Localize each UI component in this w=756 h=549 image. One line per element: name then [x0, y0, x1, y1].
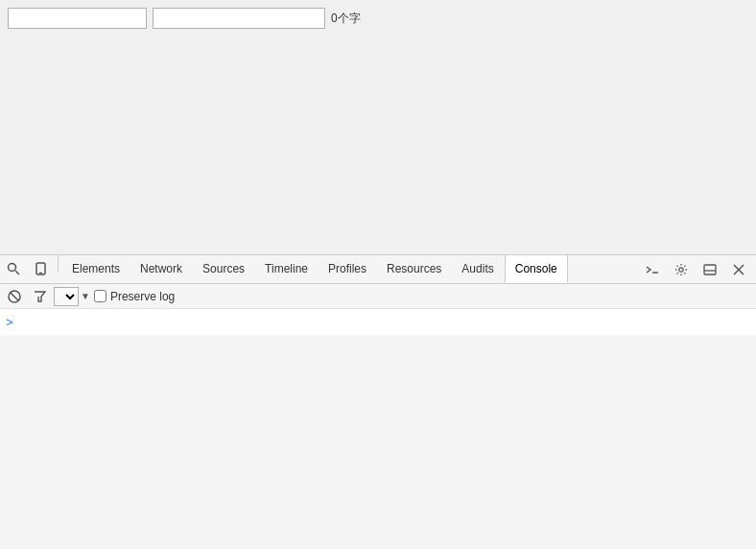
first-input[interactable] — [8, 8, 147, 29]
char-count: 0个字 — [331, 11, 361, 27]
tab-console[interactable]: Console — [505, 255, 568, 283]
terminal-icon-button[interactable] — [639, 256, 666, 283]
console-prompt-line: > — [6, 313, 750, 331]
tab-separator — [58, 255, 59, 273]
dock-icon-button[interactable] — [697, 256, 723, 283]
preserve-log-label[interactable]: Preserve log — [110, 290, 175, 303]
tab-elements[interactable]: Elements — [62, 255, 130, 283]
top-inputs-row: 0个字 — [8, 8, 748, 29]
settings-icon-button[interactable] — [668, 256, 695, 283]
svg-point-0 — [9, 264, 16, 272]
console-prompt-arrow: > — [6, 315, 13, 329]
tab-network[interactable]: Network — [130, 255, 193, 283]
svg-point-5 — [679, 267, 683, 271]
block-icon-button[interactable] — [4, 286, 25, 307]
tab-sources[interactable]: Sources — [193, 255, 255, 283]
devtools-right-icons — [639, 255, 756, 283]
second-input[interactable] — [153, 8, 325, 29]
svg-line-11 — [11, 292, 19, 300]
preserve-log-checkbox[interactable] — [94, 290, 106, 302]
tab-timeline[interactable]: Timeline — [255, 255, 319, 283]
svg-rect-6 — [704, 265, 716, 274]
frame-select-wrapper: ▼ — [54, 287, 90, 306]
filter-icon-button[interactable] — [29, 286, 50, 307]
svg-line-1 — [15, 271, 19, 274]
preserve-log-wrapper: Preserve log — [94, 290, 175, 303]
console-second-toolbar: ▼ Preserve log — [0, 284, 756, 309]
tab-audits[interactable]: Audits — [452, 255, 504, 283]
devtools-panel: Elements Network Sources Timeline Profil… — [0, 254, 756, 549]
frame-select[interactable] — [54, 287, 79, 306]
console-content: > — [0, 309, 756, 335]
devtools-tabs: Elements Network Sources Timeline Profil… — [0, 255, 756, 284]
frame-dropdown-arrow[interactable]: ▼ — [81, 291, 90, 301]
close-icon-button[interactable] — [725, 256, 752, 283]
search-icon-button[interactable] — [0, 255, 27, 282]
mobile-icon-button[interactable] — [27, 255, 54, 282]
tab-resources[interactable]: Resources — [377, 255, 452, 283]
tab-profiles[interactable]: Profiles — [319, 255, 377, 283]
main-content: 0个字 — [0, 0, 756, 254]
